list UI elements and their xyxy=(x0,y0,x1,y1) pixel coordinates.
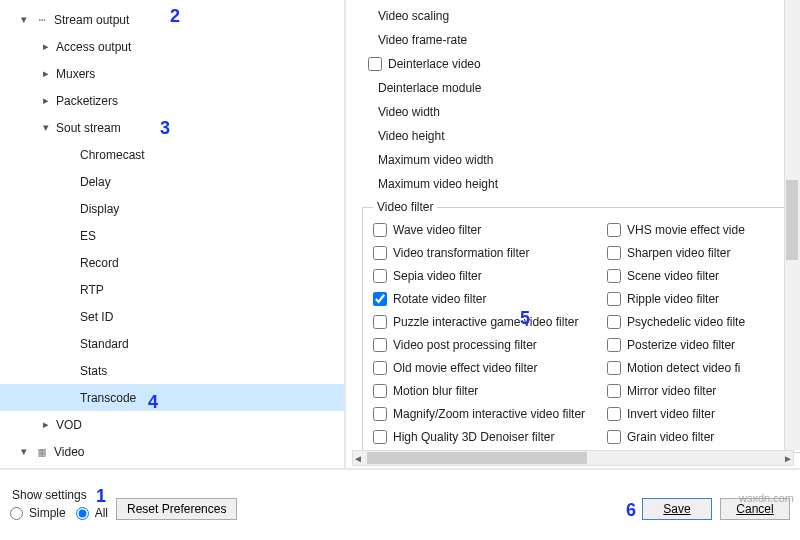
filter-checkbox[interactable] xyxy=(607,407,621,421)
tree-item-vod[interactable]: ▸ VOD xyxy=(0,411,344,438)
tree-label: VOD xyxy=(54,418,338,432)
tree-item-transcode[interactable]: Transcode xyxy=(0,384,344,411)
chevron-down-icon[interactable]: ▾ xyxy=(38,121,54,134)
filter-checkbox[interactable] xyxy=(607,338,621,352)
deinterlace-video-checkbox[interactable] xyxy=(368,57,382,71)
filter-label: Wave video filter xyxy=(393,223,481,237)
category-tree: ▾ ⋯ Stream output ▸ Access output ▸ Muxe… xyxy=(0,0,346,468)
tree-label: Transcode xyxy=(78,391,338,405)
tree-label: RTP xyxy=(78,283,338,297)
watermark: wsxdn.com xyxy=(739,492,794,504)
tree-item-sout-stream[interactable]: ▾ Sout stream xyxy=(0,114,344,141)
tree-label: Standard xyxy=(78,337,338,351)
filter-right-5[interactable]: Posterize video filter xyxy=(607,333,800,356)
scroll-left-icon[interactable]: ◄ xyxy=(353,453,363,464)
tree-label: Muxers xyxy=(54,67,338,81)
tree-item-es[interactable]: ES xyxy=(0,222,344,249)
tree-label: Set ID xyxy=(78,310,338,324)
tree-item-stream-output[interactable]: ▾ ⋯ Stream output xyxy=(0,6,344,33)
scrollbar-thumb[interactable] xyxy=(786,180,798,260)
filter-right-8[interactable]: Invert video filter xyxy=(607,402,800,425)
filter-checkbox[interactable] xyxy=(607,292,621,306)
tree-item-chromecast[interactable]: Chromecast xyxy=(0,141,344,168)
tree-label: ES xyxy=(78,229,338,243)
filter-checkbox[interactable] xyxy=(607,315,621,329)
filter-checkbox[interactable] xyxy=(373,315,387,329)
tree-label: Video xyxy=(52,445,338,459)
filter-left-0[interactable]: Wave video filter xyxy=(373,218,603,241)
settings-panel: Video scaling Video frame-rate Deinterla… xyxy=(346,0,800,468)
chevron-down-icon[interactable]: ▾ xyxy=(16,445,32,458)
filter-checkbox[interactable] xyxy=(607,246,621,260)
filter-right-3[interactable]: Ripple video filter xyxy=(607,287,800,310)
filter-right-6[interactable]: Motion detect video fi xyxy=(607,356,800,379)
reset-preferences-button[interactable]: Reset Preferences xyxy=(116,498,237,520)
filter-label: Grain video filter xyxy=(627,430,714,444)
vertical-scrollbar[interactable] xyxy=(784,0,800,450)
filter-checkbox[interactable] xyxy=(607,269,621,283)
tree-item-delay[interactable]: Delay xyxy=(0,168,344,195)
chevron-down-icon[interactable]: ▾ xyxy=(16,13,32,26)
tree-item-packetizers[interactable]: ▸ Packetizers xyxy=(0,87,344,114)
filter-right-9[interactable]: Grain video filter xyxy=(607,425,800,448)
filter-left-9[interactable]: High Quality 3D Denoiser filter xyxy=(373,425,603,448)
filter-checkbox[interactable] xyxy=(373,384,387,398)
show-settings-all-radio[interactable] xyxy=(76,507,89,520)
filter-checkbox[interactable] xyxy=(373,223,387,237)
filter-label: Old movie effect video filter xyxy=(393,361,538,375)
label-video-width: Video width xyxy=(358,100,792,124)
horizontal-scrollbar[interactable]: ◄ ► xyxy=(352,450,794,466)
tree-item-rtp[interactable]: RTP xyxy=(0,276,344,303)
filter-checkbox[interactable] xyxy=(607,384,621,398)
tree-item-stats[interactable]: Stats xyxy=(0,357,344,384)
filter-right-0[interactable]: VHS movie effect vide xyxy=(607,218,800,241)
filter-checkbox[interactable] xyxy=(607,223,621,237)
filter-left-2[interactable]: Sepia video filter xyxy=(373,264,603,287)
row-deinterlace-video[interactable]: Deinterlace video xyxy=(358,52,792,76)
filter-left-5[interactable]: Video post processing filter xyxy=(373,333,603,356)
tree-item-record[interactable]: Record xyxy=(0,249,344,276)
label-video-height: Video height xyxy=(358,124,792,148)
filter-left-4[interactable]: Puzzle interactive game video filter xyxy=(373,310,603,333)
filter-right-7[interactable]: Mirror video filter xyxy=(607,379,800,402)
filter-checkbox[interactable] xyxy=(373,292,387,306)
filter-checkbox[interactable] xyxy=(607,430,621,444)
tree-item-access-output[interactable]: ▸ Access output xyxy=(0,33,344,60)
filter-checkbox[interactable] xyxy=(373,407,387,421)
tree-item-video[interactable]: ▾ ▦ Video xyxy=(0,438,344,465)
filter-left-6[interactable]: Old movie effect video filter xyxy=(373,356,603,379)
filter-right-2[interactable]: Scene video filter xyxy=(607,264,800,287)
tree-item-set-id[interactable]: Set ID xyxy=(0,303,344,330)
filter-label: Motion detect video fi xyxy=(627,361,740,375)
filter-checkbox[interactable] xyxy=(373,361,387,375)
filter-checkbox[interactable] xyxy=(373,269,387,283)
save-button[interactable]: Save xyxy=(642,498,712,520)
tree-item-muxers[interactable]: ▸ Muxers xyxy=(0,60,344,87)
deinterlace-video-label: Deinterlace video xyxy=(388,57,481,71)
filter-checkbox[interactable] xyxy=(607,361,621,375)
chevron-right-icon[interactable]: ▸ xyxy=(38,418,54,431)
show-settings-simple-radio[interactable] xyxy=(10,507,23,520)
filter-label: Puzzle interactive game video filter xyxy=(393,315,578,329)
filter-checkbox[interactable] xyxy=(373,430,387,444)
scroll-right-icon[interactable]: ► xyxy=(783,453,793,464)
tree-label: Stats xyxy=(78,364,338,378)
filter-left-8[interactable]: Magnify/Zoom interactive video filter xyxy=(373,402,603,425)
filter-left-3[interactable]: Rotate video filter xyxy=(373,287,603,310)
filter-checkbox[interactable] xyxy=(373,338,387,352)
filter-right-4[interactable]: Psychedelic video filte xyxy=(607,310,800,333)
tree-item-standard[interactable]: Standard xyxy=(0,330,344,357)
video-filter-legend: Video filter xyxy=(373,200,437,214)
tree-item-display[interactable]: Display xyxy=(0,195,344,222)
filter-left-7[interactable]: Motion blur filter xyxy=(373,379,603,402)
filter-left-1[interactable]: Video transformation filter xyxy=(373,241,603,264)
chevron-right-icon[interactable]: ▸ xyxy=(38,40,54,53)
chevron-right-icon[interactable]: ▸ xyxy=(38,67,54,80)
chevron-right-icon[interactable]: ▸ xyxy=(38,94,54,107)
filter-label: Motion blur filter xyxy=(393,384,478,398)
tree-label: Sout stream xyxy=(54,121,338,135)
scrollbar-thumb[interactable] xyxy=(367,452,587,464)
stream-output-icon: ⋯ xyxy=(32,13,52,27)
filter-checkbox[interactable] xyxy=(373,246,387,260)
filter-right-1[interactable]: Sharpen video filter xyxy=(607,241,800,264)
